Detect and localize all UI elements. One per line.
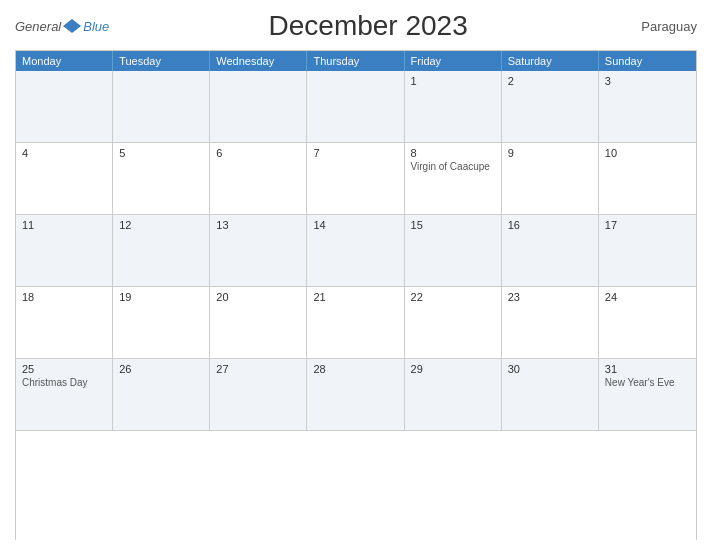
calendar-week-3: 11 12 13 14 15 16 17 — [16, 215, 696, 287]
table-row: 20 — [210, 287, 307, 358]
page-header: General Blue December 2023 Paraguay — [15, 10, 697, 42]
table-row: 25 Christmas Day — [16, 359, 113, 430]
table-row: 11 — [16, 215, 113, 286]
table-row: 13 — [210, 215, 307, 286]
table-row: 9 — [502, 143, 599, 214]
table-row: 12 — [113, 215, 210, 286]
calendar-body: 1 2 3 4 5 6 — [16, 71, 696, 431]
table-row: 6 — [210, 143, 307, 214]
logo-flag-icon — [63, 17, 81, 35]
table-row: 21 — [307, 287, 404, 358]
table-row: 5 — [113, 143, 210, 214]
table-row: 30 — [502, 359, 599, 430]
table-row — [307, 71, 404, 142]
table-row: 17 — [599, 215, 696, 286]
header-friday: Friday — [405, 51, 502, 71]
table-row — [210, 71, 307, 142]
page-title: December 2023 — [109, 10, 627, 42]
logo-blue: Blue — [83, 19, 109, 34]
table-row — [16, 71, 113, 142]
country-label: Paraguay — [627, 19, 697, 34]
calendar-page: General Blue December 2023 Paraguay Mond… — [0, 0, 712, 550]
table-row: 4 — [16, 143, 113, 214]
table-row: 27 — [210, 359, 307, 430]
table-row: 7 — [307, 143, 404, 214]
table-row: 23 — [502, 287, 599, 358]
header-wednesday: Wednesday — [210, 51, 307, 71]
header-tuesday: Tuesday — [113, 51, 210, 71]
calendar-header: Monday Tuesday Wednesday Thursday Friday… — [16, 51, 696, 71]
header-sunday: Sunday — [599, 51, 696, 71]
table-row: 1 — [405, 71, 502, 142]
table-row: 28 — [307, 359, 404, 430]
header-monday: Monday — [16, 51, 113, 71]
table-row: 14 — [307, 215, 404, 286]
table-row — [113, 71, 210, 142]
table-row: 15 — [405, 215, 502, 286]
calendar-grid: Monday Tuesday Wednesday Thursday Friday… — [15, 50, 697, 540]
table-row: 24 — [599, 287, 696, 358]
table-row: 26 — [113, 359, 210, 430]
table-row: 16 — [502, 215, 599, 286]
logo: General Blue — [15, 17, 109, 35]
table-row: 10 — [599, 143, 696, 214]
header-thursday: Thursday — [307, 51, 404, 71]
calendar-week-4: 18 19 20 21 22 23 24 — [16, 287, 696, 359]
table-row: 3 — [599, 71, 696, 142]
table-row: 2 — [502, 71, 599, 142]
table-row: 31 New Year's Eve — [599, 359, 696, 430]
calendar-week-5: 25 Christmas Day 26 27 28 29 30 — [16, 359, 696, 431]
calendar-week-2: 4 5 6 7 8 Virgin of Caacupe 9 — [16, 143, 696, 215]
table-row: 18 — [16, 287, 113, 358]
header-saturday: Saturday — [502, 51, 599, 71]
calendar-week-1: 1 2 3 — [16, 71, 696, 143]
table-row: 19 — [113, 287, 210, 358]
table-row: 29 — [405, 359, 502, 430]
table-row: 22 — [405, 287, 502, 358]
logo-general: General — [15, 19, 61, 34]
table-row: 8 Virgin of Caacupe — [405, 143, 502, 214]
